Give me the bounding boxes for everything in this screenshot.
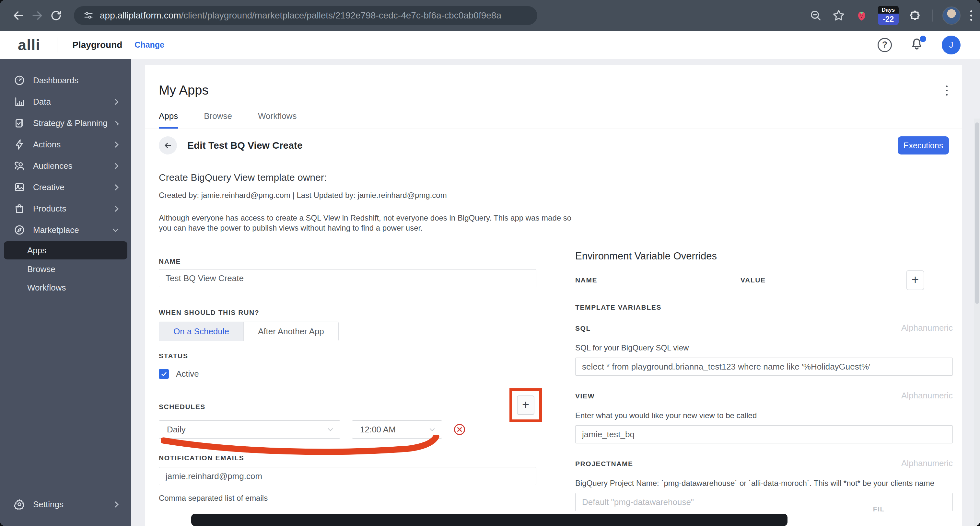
created-byline: Created by: jamie.reinhard@pmg.com | Las… xyxy=(159,191,953,200)
sql-label: SQL xyxy=(575,324,591,332)
option-on-a-schedule[interactable]: On a Schedule xyxy=(159,322,244,341)
tab-bar: Apps Browse Workflows xyxy=(159,111,953,129)
url-path: /client/playground/marketplace/pallets/2… xyxy=(181,10,501,21)
chevron-down-icon xyxy=(430,426,435,431)
bar-chart-icon xyxy=(14,96,25,108)
sidebar-item-label: Creative xyxy=(33,182,65,192)
scrollbar[interactable] xyxy=(974,119,980,526)
add-schedule-button[interactable]: + xyxy=(517,396,535,415)
sidebar-item-label: Data xyxy=(33,97,51,107)
days-countdown-extension[interactable]: Days -22 xyxy=(878,6,899,25)
back-arrow-icon xyxy=(163,141,173,150)
sidebar-subitem-browse[interactable]: Browse xyxy=(0,260,131,278)
environment-column: Environment Variable Overrides NAME VALU… xyxy=(575,257,953,511)
sidebar-item-label: Audiences xyxy=(33,161,72,171)
zoom-out-icon[interactable] xyxy=(809,9,822,22)
executions-button[interactable]: Executions xyxy=(898,137,949,154)
schedule-time-select[interactable]: 12:00 AM xyxy=(352,420,442,439)
sidebar-item-dashboards[interactable]: Dashboards xyxy=(0,70,131,91)
strawberry-extension-icon[interactable] xyxy=(855,9,868,22)
option-after-another-app[interactable]: After Another App xyxy=(244,322,338,341)
people-icon xyxy=(14,160,25,172)
sql-input[interactable] xyxy=(575,358,953,376)
view-input[interactable] xyxy=(575,425,953,443)
chrome-menu-icon[interactable] xyxy=(970,10,972,21)
card-menu-icon[interactable] xyxy=(946,86,948,95)
delete-schedule-button[interactable] xyxy=(454,424,465,435)
back-button[interactable] xyxy=(159,137,177,154)
sidebar-subitem-apps[interactable]: Apps xyxy=(4,241,127,259)
add-env-variable-button[interactable]: + xyxy=(906,270,924,290)
emails-helper-text: Comma separated list of emails xyxy=(159,494,536,503)
client-name: Playground xyxy=(72,40,122,50)
sidebar-item-products[interactable]: Products xyxy=(0,198,131,219)
change-client-link[interactable]: Change xyxy=(135,40,164,49)
alli-logo[interactable]: alli xyxy=(18,36,40,54)
schedules-label: SCHEDULES xyxy=(159,403,536,411)
projectname-input[interactable] xyxy=(575,493,953,511)
sidebar-item-label: Settings xyxy=(33,499,64,510)
help-icon[interactable]: ? xyxy=(878,38,892,52)
sidebar-item-creative[interactable]: Creative xyxy=(0,176,131,198)
chevron-right-icon xyxy=(114,121,119,126)
url-text[interactable]: app.alliplatform.com/client/playground/m… xyxy=(100,10,501,21)
bookmark-star-icon[interactable] xyxy=(832,9,845,22)
sidebar-item-actions[interactable]: Actions xyxy=(0,134,131,155)
view-type-badge: Alphanumeric xyxy=(901,391,953,400)
shopping-bag-icon xyxy=(14,203,25,215)
name-input[interactable] xyxy=(159,269,536,287)
site-settings-icon[interactable] xyxy=(84,11,93,21)
sidebar-item-settings[interactable]: Settings xyxy=(0,494,131,515)
forward-arrow-icon xyxy=(31,10,43,22)
refresh-icon xyxy=(50,10,62,21)
notification-emails-input[interactable] xyxy=(159,467,536,485)
address-bar[interactable]: app.alliplatform.com/client/playground/m… xyxy=(74,6,537,25)
projectname-type-badge: Alphanumeric xyxy=(901,458,953,468)
sidebar-subitem-label: Browse xyxy=(27,264,56,274)
sidebar-item-audiences[interactable]: Audiences xyxy=(0,155,131,176)
sidebar-item-marketplace[interactable]: Marketplace xyxy=(0,219,131,241)
red-annotation-rectangle: + xyxy=(509,388,542,422)
browser-profile-avatar[interactable] xyxy=(942,6,961,25)
active-checkbox[interactable] xyxy=(159,369,169,379)
sidebar-item-strategy-planning[interactable]: Strategy & Planning xyxy=(0,113,131,134)
days-badge-label: Days xyxy=(878,6,899,14)
sidebar-item-data[interactable]: Data xyxy=(0,91,131,113)
tab-workflows[interactable]: Workflows xyxy=(258,111,296,129)
edit-header: Edit Test BQ View Create Executions xyxy=(145,129,962,162)
chevron-down-icon xyxy=(113,226,118,232)
cutoff-next-field-label: FIL xyxy=(873,505,885,513)
chevron-right-icon xyxy=(113,184,118,190)
sidebar-subitem-workflows[interactable]: Workflows xyxy=(0,278,131,297)
run-when-segmented-control: On a Schedule After Another App xyxy=(159,322,339,341)
notification-emails-section: NOTIFICATION EMAILS Comma separated list… xyxy=(159,454,536,503)
sidebar: Dashboards Data Strategy & Planning Acti… xyxy=(0,59,131,526)
env-value-column-header: VALUE xyxy=(740,276,766,284)
schedule-frequency-select[interactable]: Daily xyxy=(159,420,340,439)
sql-helper-text: SQL for your BigQuery SQL view xyxy=(575,343,953,353)
browser-forward-button[interactable] xyxy=(28,6,47,25)
chrome-divider xyxy=(932,10,933,22)
status-label: STATUS xyxy=(159,352,536,360)
extensions-puzzle-icon[interactable] xyxy=(908,9,922,22)
sidebar-item-label: Strategy & Planning xyxy=(33,118,108,128)
notifications-button[interactable] xyxy=(909,37,924,53)
chevron-right-icon xyxy=(113,206,118,211)
sidebar-item-label: Actions xyxy=(33,140,60,149)
url-domain: app.alliplatform.com xyxy=(100,10,181,21)
projectname-label: PROJECTNAME xyxy=(575,460,633,468)
edit-title: Edit Test BQ View Create xyxy=(187,140,303,151)
scrollbar-thumb[interactable] xyxy=(975,122,979,304)
schedules-section: + SCHEDULES Daily 12:00 AM xyxy=(159,403,536,439)
background-window-edge xyxy=(191,514,788,526)
frequency-value: Daily xyxy=(167,424,186,435)
browser-back-button[interactable] xyxy=(9,6,28,25)
tab-browse[interactable]: Browse xyxy=(204,111,232,129)
browser-refresh-button[interactable] xyxy=(47,6,65,25)
lightning-icon xyxy=(14,138,25,150)
tab-apps[interactable]: Apps xyxy=(159,111,178,129)
browser-chrome: app.alliplatform.com/client/playground/m… xyxy=(0,0,980,31)
gauge-icon xyxy=(14,75,25,86)
user-avatar[interactable]: J xyxy=(942,36,961,54)
chevron-right-icon xyxy=(113,99,118,105)
